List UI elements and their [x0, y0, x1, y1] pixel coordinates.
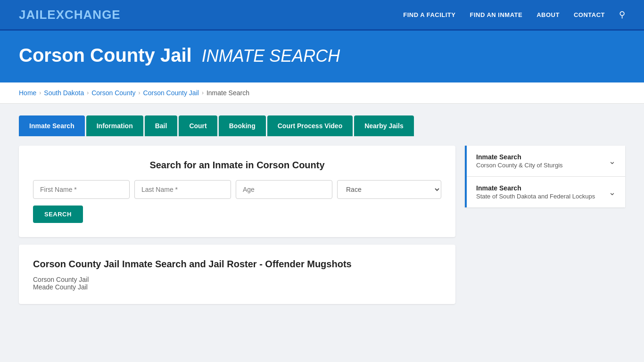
info-card-item-1: Corson County Jail [33, 276, 441, 283]
nav-about[interactable]: ABOUT [537, 11, 560, 18]
breadcrumb-home[interactable]: Home [19, 89, 36, 97]
last-name-input[interactable] [134, 180, 231, 199]
nav-contact[interactable]: CONTACT [574, 11, 605, 18]
info-card-item-2: Meade County Jail [33, 283, 441, 291]
logo[interactable]: JAILEXCHANGE [19, 8, 121, 22]
sidebar-item-2[interactable]: Inmate Search State of South Dakota and … [467, 177, 625, 207]
sidebar-item-2-title: Inmate Search [476, 184, 595, 192]
sidebar-item-2-subtitle: State of South Dakota and Federal Lockup… [476, 193, 595, 200]
chevron-down-icon-1: ⌄ [609, 156, 616, 166]
search-card-title: Search for an Inmate in Corson County [33, 160, 441, 171]
breadcrumb-sep-1: › [39, 90, 41, 96]
tab-nearby-jails[interactable]: Nearby Jails [354, 115, 414, 136]
chevron-down-icon-2: ⌄ [609, 187, 616, 197]
tab-bail[interactable]: Bail [145, 115, 178, 136]
info-card: Corson County Jail Inmate Search and Jai… [19, 245, 455, 304]
nav-find-inmate[interactable]: FIND AN INMATE [470, 11, 522, 18]
main-content: Search for an Inmate in Corson County Ra… [0, 136, 644, 348]
breadcrumb-county[interactable]: Corson County [91, 89, 135, 97]
tab-court-video[interactable]: Court Process Video [267, 115, 353, 136]
page-title: Corson County Jail INMATE SEARCH [19, 45, 625, 66]
info-card-title: Corson County Jail Inmate Search and Jai… [33, 258, 441, 270]
nav-find-facility[interactable]: FIND A FACILITY [403, 11, 455, 18]
sidebar-card: Inmate Search Corson County & City of St… [465, 146, 625, 207]
search-icon[interactable]: ⚲ [619, 9, 625, 20]
hero-banner: Corson County Jail INMATE SEARCH [0, 31, 644, 82]
breadcrumb-sep-2: › [87, 90, 89, 96]
breadcrumb-state[interactable]: South Dakota [44, 89, 84, 97]
sidebar-item-2-text: Inmate Search State of South Dakota and … [476, 184, 595, 200]
sidebar-item-1-text: Inmate Search Corson County & City of St… [476, 153, 563, 169]
search-card: Search for an Inmate in Corson County Ra… [19, 146, 455, 237]
header: JAILEXCHANGE FIND A FACILITY FIND AN INM… [0, 0, 644, 31]
left-column: Search for an Inmate in Corson County Ra… [19, 146, 455, 329]
tab-inmate-search[interactable]: Inmate Search [19, 115, 85, 136]
breadcrumb-jail[interactable]: Corson County Jail [143, 89, 199, 97]
search-fields: RaceWhiteBlackHispanicAsianNative Americ… [33, 180, 441, 199]
breadcrumb-sep-4: › [202, 90, 204, 96]
search-button[interactable]: SEARCH [33, 206, 83, 223]
breadcrumb: Home › South Dakota › Corson County › Co… [19, 89, 625, 97]
tab-court[interactable]: Court [179, 115, 217, 136]
sidebar-item-1[interactable]: Inmate Search Corson County & City of St… [467, 146, 625, 177]
breadcrumb-bar: Home › South Dakota › Corson County › Co… [0, 82, 644, 104]
sidebar-item-1-title: Inmate Search [476, 153, 563, 161]
sidebar-item-1-subtitle: Corson County & City of Sturgis [476, 162, 563, 169]
tab-booking[interactable]: Booking [219, 115, 266, 136]
hero-title-main: Corson County Jail [19, 45, 192, 66]
tab-information[interactable]: Information [86, 115, 143, 136]
main-nav: FIND A FACILITY FIND AN INMATE ABOUT CON… [403, 9, 625, 20]
breadcrumb-sep-3: › [139, 90, 140, 96]
race-select[interactable]: RaceWhiteBlackHispanicAsianNative Americ… [337, 180, 441, 199]
logo-jail: JAIL [19, 8, 47, 22]
tabs-bar: Inmate Search Information Bail Court Boo… [0, 104, 644, 136]
hero-title-italic: INMATE SEARCH [202, 46, 340, 66]
age-input[interactable] [236, 180, 332, 199]
first-name-input[interactable] [33, 180, 130, 199]
right-column: Inmate Search Corson County & City of St… [465, 146, 625, 329]
breadcrumb-current: Inmate Search [206, 89, 249, 97]
logo-exchange: EXCHANGE [47, 8, 120, 22]
